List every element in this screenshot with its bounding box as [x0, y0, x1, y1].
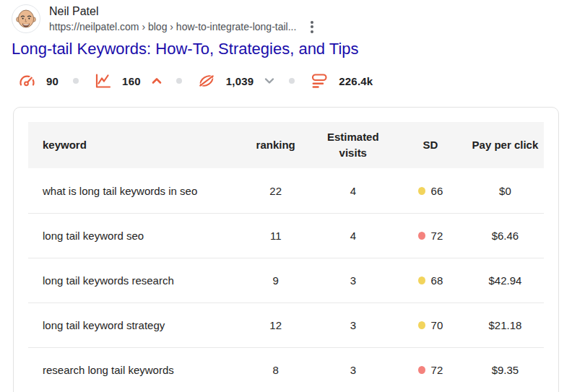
sd-dot — [418, 232, 425, 240]
table-header-row: keyword ranking Estimated visits SD Pay … — [28, 122, 544, 168]
page: { "header": { "site_name": "Neil Patel",… — [0, 0, 572, 392]
avatar-face-icon — [12, 5, 40, 32]
result-title-link[interactable]: Long-tail Keywords: How-To, Strategies, … — [12, 40, 359, 58]
sd-value: 72 — [431, 364, 443, 376]
sd-dot — [418, 366, 425, 374]
table-row: research long tail keywords 8 3 72 $9.35 — [28, 347, 544, 392]
sd-value: 70 — [431, 319, 443, 331]
keyword-cell: long tail keyword strategy — [28, 319, 240, 331]
keyword-cell: long tail keywords research — [28, 274, 240, 287]
ppc-cell: $6.46 — [467, 230, 544, 242]
separator-dot — [176, 78, 182, 84]
sd-cell: 72 — [394, 364, 467, 376]
chevron-down-icon[interactable] — [264, 77, 274, 84]
ranking-cell: 11 — [240, 230, 312, 242]
more-options-button[interactable] — [306, 19, 318, 35]
ppc-cell: $9.35 — [467, 364, 544, 376]
keyword-cell: what is long tail keywords in seo — [28, 185, 240, 197]
metric-value: 160 — [122, 75, 141, 87]
site-avatar — [12, 4, 40, 33]
table-row: long tail keywords research 9 3 68 $42.9… — [28, 258, 544, 302]
visits-cell: 3 — [312, 274, 394, 287]
metric-value: 1,039 — [226, 75, 254, 87]
metric-traffic[interactable]: 226.4k — [309, 71, 373, 90]
seo-metrics-bar: 90 160 1,039 — [17, 69, 373, 92]
ranking-cell: 22 — [240, 185, 312, 197]
table-row: what is long tail keywords in seo 22 4 6… — [28, 168, 544, 213]
column-header-sd: SD — [394, 137, 467, 154]
metric-backlinks[interactable]: 1,039 — [196, 71, 275, 90]
column-header-ranking: ranking — [240, 137, 312, 154]
visits-cell: 3 — [312, 319, 394, 331]
table-row: long tail keyword seo 11 4 72 $6.46 — [28, 213, 544, 258]
metric-keywords[interactable]: 160 — [93, 71, 162, 90]
table-row: long tail keyword strategy 12 3 70 $21.1… — [28, 302, 544, 347]
chevron-up-icon[interactable] — [152, 77, 162, 84]
keyword-table-card: keyword ranking Estimated visits SD Pay … — [13, 107, 559, 392]
keyword-table: keyword ranking Estimated visits SD Pay … — [28, 122, 544, 392]
metric-value: 90 — [46, 75, 58, 87]
breadcrumb: https://neilpatel.com › blog › how-to-in… — [49, 20, 296, 34]
sd-dot — [418, 321, 425, 329]
ppc-cell: $21.18 — [467, 319, 544, 331]
metric-domain-authority[interactable]: 90 — [17, 71, 58, 90]
ppc-cell: $0 — [467, 185, 544, 197]
keyword-cell: long tail keyword seo — [28, 230, 240, 242]
sd-value: 72 — [431, 230, 443, 242]
column-header-keyword: keyword — [28, 137, 240, 154]
sd-cell: 70 — [394, 319, 467, 331]
column-header-pay-per-click: Pay per click — [467, 137, 544, 154]
separator-dot — [73, 78, 79, 84]
visits-cell: 4 — [312, 230, 394, 242]
visits-cell: 4 — [312, 185, 394, 197]
keyword-cell: research long tail keywords — [28, 364, 240, 376]
gauge-icon — [17, 71, 37, 90]
metric-value: 226.4k — [339, 75, 373, 87]
visits-cell: 3 — [312, 364, 394, 376]
ranking-cell: 9 — [240, 274, 312, 287]
link-icon — [196, 71, 217, 90]
table-body: what is long tail keywords in seo 22 4 6… — [28, 168, 544, 392]
result-source[interactable]: Neil Patel https://neilpatel.com › blog … — [12, 4, 318, 35]
sd-cell: 68 — [394, 274, 467, 287]
sd-value: 66 — [431, 185, 443, 197]
ranking-cell: 8 — [240, 364, 312, 376]
sd-cell: 66 — [394, 185, 467, 197]
chart-icon — [93, 71, 113, 90]
ppc-cell: $42.94 — [467, 274, 544, 287]
separator-dot — [289, 78, 295, 84]
traffic-icon — [309, 71, 329, 90]
sd-dot — [418, 187, 425, 195]
sd-cell: 72 — [394, 230, 467, 242]
ranking-cell: 12 — [240, 319, 312, 331]
sd-value: 68 — [431, 274, 443, 287]
column-header-estimated-visits: Estimated visits — [322, 129, 384, 162]
site-name: Neil Patel — [49, 4, 318, 19]
sd-dot — [418, 276, 425, 284]
